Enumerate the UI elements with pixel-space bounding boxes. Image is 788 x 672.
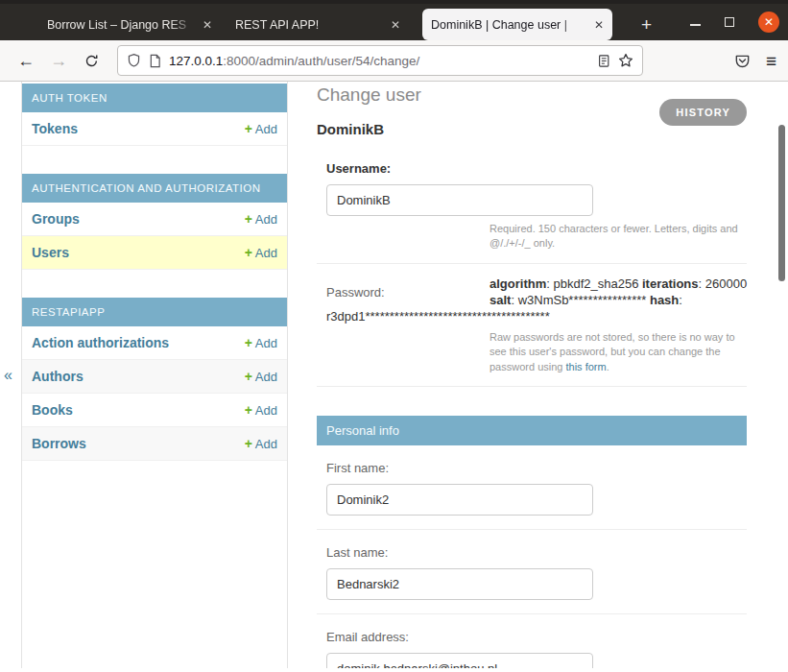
plus-icon: +	[245, 369, 252, 384]
first-name-row: First name:	[317, 445, 747, 530]
plus-icon: +	[245, 335, 252, 350]
sidebar-module-auth-token: AUTH TOKEN Tokens +Add	[22, 84, 287, 146]
tab-title: REST API APP!	[235, 18, 386, 32]
plus-icon: +	[245, 402, 252, 418]
password-help-text: Raw passwords are not stored, so there i…	[490, 330, 751, 374]
username-row: Username: Required. 150 characters or fe…	[317, 150, 747, 264]
last-name-row: Last name:	[317, 530, 747, 614]
url-path: :8000/admin/auth/user/54/change/	[223, 54, 419, 68]
admin-page: « AUTH TOKEN Tokens +Add AUTHENTICATION …	[0, 82, 788, 668]
authors-link[interactable]: Authors	[32, 369, 84, 384]
sidebar-module-restapiapp: RESTAPIAPP Action authorizations +Add Au…	[22, 298, 287, 461]
browser-titlebar: Borrow List – Django RES ✕ REST API APP!…	[0, 0, 788, 40]
url-bar[interactable]: 127.0.0.1:8000/admin/auth/user/54/change…	[117, 45, 643, 76]
pocket-icon[interactable]	[734, 53, 751, 69]
tab-title: Borrow List – Django RES	[47, 18, 198, 32]
tab-borrow-list[interactable]: Borrow List – Django RES ✕	[38, 9, 221, 40]
tokens-link[interactable]: Tokens	[32, 121, 78, 136]
module-caption: AUTHENTICATION AND AUTHORIZATION	[22, 174, 287, 203]
sidebar-item-users: Users +Add	[22, 236, 287, 270]
admin-sidebar: AUTH TOKEN Tokens +Add AUTHENTICATION AN…	[21, 82, 288, 668]
personal-info-caption: Personal info	[317, 416, 747, 445]
plus-icon: +	[245, 211, 252, 227]
module-caption: AUTH TOKEN	[22, 84, 287, 112]
last-name-label: Last name:	[326, 545, 737, 560]
email-label: Email address:	[326, 630, 737, 644]
menu-hamburger-icon[interactable]: ≡	[766, 52, 776, 70]
tab-title: DominikB | Change user |	[431, 18, 589, 32]
add-group-button[interactable]: +Add	[245, 211, 277, 227]
minimize-button[interactable]	[690, 18, 701, 26]
forward-button[interactable]: →	[42, 46, 75, 75]
password-label: Password:	[326, 285, 385, 300]
books-link[interactable]: Books	[32, 402, 73, 418]
first-name-input[interactable]	[326, 484, 593, 516]
user-form: Username: Required. 150 characters or fe…	[317, 150, 747, 668]
add-book-button[interactable]: +Add	[245, 402, 277, 418]
password-hash-value: r3dpd1**********************************…	[326, 308, 737, 324]
tab-change-user-active[interactable]: DominikB | Change user | ✕	[422, 9, 612, 40]
toolbar-right-icons: ≡	[734, 52, 778, 70]
url-text[interactable]: 127.0.0.1:8000/admin/auth/user/54/change…	[169, 54, 589, 68]
url-domain: 127.0.0.1	[169, 54, 223, 68]
email-input[interactable]	[326, 653, 593, 668]
email-row: Email address:	[317, 614, 747, 668]
tab-rest-api-app[interactable]: REST API APP! ✕	[227, 9, 409, 40]
add-token-button[interactable]: +Add	[245, 121, 277, 136]
sidebar-module-auth: AUTHENTICATION AND AUTHORIZATION Groups …	[22, 174, 287, 270]
tab-close-icon[interactable]: ✕	[391, 18, 400, 32]
change-user-content: Change user HISTORY DominikB Username: R…	[288, 82, 788, 668]
sidebar-collapse-toggle[interactable]: «	[4, 367, 12, 384]
page-info-icon[interactable]	[149, 54, 161, 68]
change-password-link[interactable]: this form	[566, 361, 607, 372]
borrows-link[interactable]: Borrows	[32, 436, 86, 451]
plus-icon: +	[245, 436, 252, 451]
page-scrollbar-thumb[interactable]	[778, 125, 785, 281]
history-button[interactable]: HISTORY	[659, 99, 747, 126]
new-tab-button[interactable]: +	[633, 12, 659, 37]
username-input[interactable]	[326, 184, 593, 216]
users-link[interactable]: Users	[32, 245, 69, 260]
reader-view-icon[interactable]	[597, 54, 610, 68]
tab-strip: Borrow List – Django RES ✕ REST API APP!…	[38, 9, 659, 40]
add-action-authorization-button[interactable]: +Add	[245, 335, 277, 350]
maximize-button[interactable]	[725, 17, 734, 27]
sidebar-item-action-authorizations: Action authorizations +Add	[22, 326, 287, 360]
groups-link[interactable]: Groups	[32, 211, 80, 227]
close-button[interactable]: ✕	[758, 12, 779, 33]
shield-permissions-icon[interactable]	[127, 53, 141, 68]
add-user-button[interactable]: +Add	[245, 245, 277, 260]
sidebar-item-borrows: Borrows +Add	[22, 427, 287, 461]
add-author-button[interactable]: +Add	[245, 369, 277, 384]
first-name-label: First name:	[326, 461, 737, 475]
tab-close-icon[interactable]: ✕	[594, 18, 604, 32]
reload-button[interactable]	[75, 46, 107, 75]
sidebar-item-authors: Authors +Add	[22, 360, 287, 394]
sidebar-item-groups: Groups +Add	[22, 203, 287, 236]
password-hash-display: algorithm: pbkdf2_sha256 iterations: 260…	[490, 276, 754, 308]
sidebar-item-books: Books +Add	[22, 394, 287, 427]
password-row: Password: algorithm: pbkdf2_sha256 itera…	[317, 264, 747, 387]
browser-toolbar: ← → 127.0.0.1:8000/admin/auth/user/54/ch…	[0, 40, 788, 82]
window-controls: ✕	[690, 4, 779, 40]
bookmark-star-icon[interactable]	[618, 53, 633, 68]
username-label: Username:	[326, 161, 737, 176]
sidebar-collapse-column: «	[0, 82, 21, 668]
action-authorizations-link[interactable]: Action authorizations	[32, 335, 169, 350]
username-help-text: Required. 150 characters or fewer. Lette…	[490, 222, 751, 252]
tab-close-icon[interactable]: ✕	[203, 18, 212, 32]
back-button[interactable]: ←	[10, 46, 42, 75]
add-borrow-button[interactable]: +Add	[245, 436, 277, 451]
last-name-input[interactable]	[326, 568, 593, 600]
plus-icon: +	[245, 121, 252, 136]
plus-icon: +	[245, 245, 252, 260]
reload-icon	[84, 54, 99, 68]
module-caption: RESTAPIAPP	[22, 298, 287, 326]
sidebar-item-tokens: Tokens +Add	[22, 112, 287, 146]
